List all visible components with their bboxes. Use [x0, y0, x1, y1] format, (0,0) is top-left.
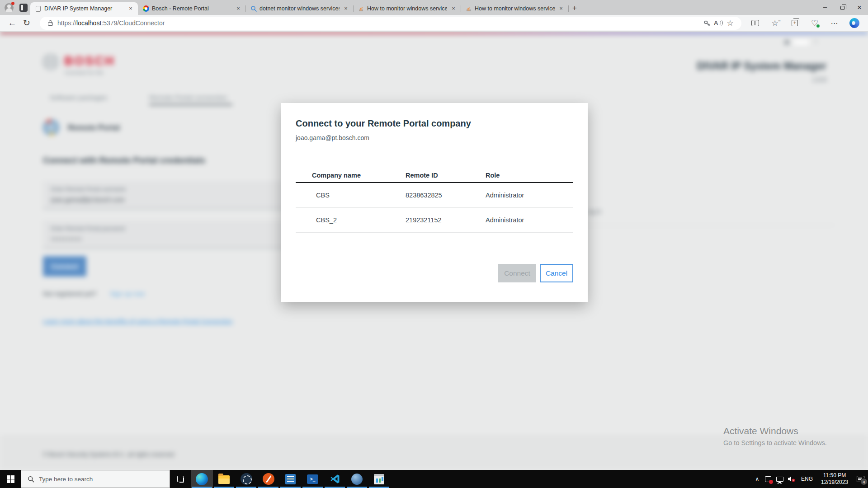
- tab-divar-ip-system-manager[interactable]: DIVAR IP System Manager ×: [30, 2, 138, 15]
- browser-tab-strip: DIVAR IP System Manager × Bosch - Remote…: [0, 0, 868, 15]
- search-favicon-icon: [250, 5, 257, 12]
- taskbar-edge[interactable]: [191, 470, 213, 488]
- learn-more-link[interactable]: Learn more about the benefits of using a…: [43, 318, 232, 325]
- page-connect-button[interactable]: Connect: [43, 256, 86, 277]
- close-window-button[interactable]: ×: [851, 0, 868, 15]
- blue-document-app-icon: [285, 474, 296, 484]
- tab-close-icon[interactable]: ×: [342, 5, 349, 12]
- page-header-help-icon[interactable]: [784, 40, 789, 45]
- page-header-language-pill[interactable]: [792, 39, 810, 46]
- stackoverflow-favicon-icon: [358, 5, 364, 12]
- username-field[interactable]: Enter Remote Portal username joao.gama@p…: [43, 181, 290, 209]
- search-icon: [28, 476, 34, 483]
- dialog-title: Connect to your Remote Portal company: [296, 118, 573, 129]
- tab-close-icon[interactable]: ×: [557, 5, 565, 12]
- lock-icon[interactable]: [48, 22, 53, 26]
- remote-portal-company-dialog: Connect to your Remote Portal company jo…: [281, 103, 588, 302]
- header-role: Role: [486, 172, 573, 179]
- browser-essentials-icon[interactable]: ♡: [808, 17, 821, 29]
- address-bar[interactable]: https://localhost:5379/CloudConnector A …: [40, 17, 741, 30]
- cell-role: Administrator: [486, 216, 573, 224]
- network-icon[interactable]: [774, 470, 786, 488]
- taskbar-powershell[interactable]: >_: [302, 470, 324, 488]
- taskbar-app-sphere[interactable]: [346, 470, 368, 488]
- sphere-app-icon: [351, 474, 363, 485]
- volume-muted-icon[interactable]: [786, 470, 797, 488]
- new-tab-button[interactable]: +: [568, 2, 581, 15]
- language-indicator[interactable]: ENG: [797, 476, 816, 482]
- clock-date: 12/19/2023: [816, 479, 853, 486]
- workspaces-icon[interactable]: [19, 4, 28, 12]
- company-row-cbs2[interactable]: CBS_2 2192321152 Administrator: [296, 208, 573, 233]
- company-table: Company name Remote ID Role CBS 82386328…: [296, 169, 573, 233]
- tab-close-icon[interactable]: ×: [235, 5, 242, 12]
- page-header-close-icon[interactable]: ×: [814, 38, 818, 45]
- collections-icon[interactable]: +: [788, 17, 801, 29]
- cell-remote-id: 2192321152: [406, 216, 486, 224]
- settings-more-icon[interactable]: ⋯: [828, 17, 841, 29]
- taskbar-app-dark[interactable]: [235, 470, 257, 488]
- clock[interactable]: 11:50 PM 12/19/2023: [816, 472, 853, 486]
- action-center-button[interactable]: 4: [853, 470, 868, 488]
- tab-bosch-remote-portal[interactable]: Bosch - Remote Portal ×: [138, 2, 245, 15]
- password-label: Enter Remote Portal password: [51, 225, 125, 232]
- favorite-star-icon[interactable]: ☆: [724, 17, 736, 29]
- dialog-cancel-button[interactable]: Cancel: [540, 264, 573, 282]
- edge-icon: [196, 473, 208, 485]
- section-divider: [583, 225, 835, 225]
- tab-close-icon[interactable]: ×: [450, 5, 457, 12]
- dialog-user-email: joao.gama@pt.bosch.com: [296, 134, 573, 141]
- minimize-button[interactable]: ─: [816, 0, 834, 15]
- task-view-button[interactable]: [170, 470, 191, 488]
- dark-circle-app-icon: [241, 473, 252, 485]
- remote-portal-section-title: Remote Portal: [68, 123, 120, 132]
- nav-tab-remote-portal-connection[interactable]: Remote Portal connection: [149, 94, 227, 101]
- split-screen-icon[interactable]: [749, 17, 761, 29]
- activate-windows-watermark: Activate Windows Go to Settings to activ…: [723, 426, 827, 446]
- clock-time: 11:50 PM: [816, 472, 853, 479]
- windows-logo-icon: [7, 475, 14, 483]
- task-manager-icon: [374, 474, 384, 484]
- restore-button[interactable]: [834, 0, 851, 15]
- taskbar-task-manager[interactable]: [368, 470, 390, 488]
- refresh-button[interactable]: ↻: [20, 16, 33, 30]
- company-row-cbs[interactable]: CBS 8238632825 Administrator: [296, 183, 573, 208]
- taskbar-vscode[interactable]: [324, 470, 346, 488]
- copilot-icon[interactable]: [848, 17, 861, 29]
- read-aloud-icon[interactable]: A: [712, 17, 724, 29]
- dialog-connect-button[interactable]: Connect: [498, 264, 536, 282]
- task-view-icon: [177, 476, 184, 482]
- tray-chevron-icon[interactable]: ∧: [752, 476, 762, 482]
- tab-stackoverflow-2[interactable]: How to monitor windows service ×: [461, 2, 568, 15]
- sign-up-link[interactable]: Sign up now: [110, 290, 145, 297]
- tab-stackoverflow-1[interactable]: How to monitor windows service ×: [353, 2, 461, 15]
- cell-company-name: CBS_2: [312, 216, 406, 224]
- tray-app-update-icon[interactable]: [762, 470, 774, 488]
- company-table-header: Company name Remote ID Role: [296, 169, 573, 183]
- cell-company-name: CBS: [312, 192, 406, 199]
- tab-close-icon[interactable]: ×: [127, 5, 134, 12]
- browser-profile-avatar[interactable]: [5, 3, 14, 12]
- page-app-version: 1.0.0: [812, 76, 826, 83]
- username-value: joao.gama@pt.bosch.com: [51, 196, 125, 203]
- password-key-icon[interactable]: [701, 17, 712, 29]
- system-tray: ∧ ENG 11:50 PM 12/19/2023 4: [752, 470, 868, 488]
- nav-tab-software-packages[interactable]: Software packages: [50, 94, 108, 101]
- taskbar-search[interactable]: Type here to search: [21, 470, 170, 488]
- watermark-line2: Go to Settings to activate Windows.: [723, 439, 827, 446]
- bosch-logo-icon: [42, 53, 59, 72]
- start-button[interactable]: [0, 470, 21, 488]
- password-value: ••••••••••: [51, 235, 82, 243]
- favorites-icon[interactable]: ☆≡: [769, 17, 781, 29]
- tab-title: dotnet monitor windows services: [259, 5, 340, 12]
- taskbar-file-explorer[interactable]: [213, 470, 235, 488]
- cropped-text-fragment: ng in: [588, 208, 601, 215]
- back-button[interactable]: ←: [5, 16, 19, 30]
- url-text: https://localhost:5379/CloudConnector: [57, 19, 701, 27]
- notification-badge: 4: [860, 478, 868, 485]
- browser-toolbar: ← ↻ https://localhost:5379/CloudConnecto…: [0, 15, 868, 32]
- taskbar-app-orange[interactable]: [257, 470, 279, 488]
- taskbar-app-viewer[interactable]: [279, 470, 302, 488]
- tab-dotnet-monitor-search[interactable]: dotnet monitor windows services ×: [245, 2, 353, 15]
- password-field[interactable]: Enter Remote Portal password ••••••••••: [43, 221, 290, 249]
